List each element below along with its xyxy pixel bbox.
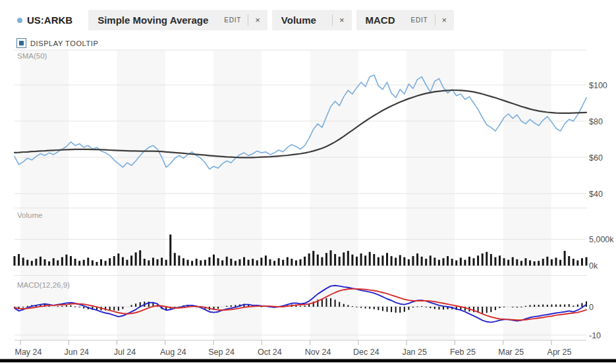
volume-bar [53, 258, 55, 265]
volume-bar [213, 255, 215, 266]
volume-bar [252, 259, 254, 265]
volume-bar [351, 255, 353, 266]
macd-histogram-bar [135, 303, 136, 307]
macd-histogram-bar [391, 307, 392, 312]
macd-histogram-bar [356, 307, 357, 307]
month-stripe [213, 50, 262, 340]
month-label: Nov 24 [305, 348, 331, 357]
volume-bar [204, 260, 206, 266]
macd-histogram-bar [551, 305, 552, 307]
signal-line [14, 289, 586, 320]
volume-bar [325, 253, 327, 265]
macd-histogram-bar [226, 306, 227, 307]
volume-bar [443, 258, 445, 265]
volume-bar [273, 261, 275, 265]
macd-histogram-bar [235, 305, 236, 307]
macd-histogram-bar [131, 305, 132, 307]
volume-bar [282, 260, 284, 266]
volume-bar [330, 250, 332, 265]
macd-histogram-bar [300, 306, 301, 307]
chart-canvas[interactable]: SMA(50)VolumeMACD(12,26,9)$100$80$60$405… [0, 0, 616, 364]
macd-histogram-bar [217, 307, 219, 309]
volume-bar [395, 258, 397, 266]
macd-histogram-bar [231, 305, 232, 307]
volume-bar [70, 256, 72, 265]
volume-panel-label: Volume [17, 211, 42, 219]
volume-bar [291, 259, 293, 265]
volume-axis-label: 5,000k [589, 235, 614, 244]
volume-bar [555, 258, 557, 266]
volume-bar [126, 260, 128, 266]
volume-bar [460, 258, 462, 266]
volume-bar [130, 255, 132, 265]
month-stripe [503, 50, 551, 340]
volume-bar [61, 257, 63, 266]
volume-bar [295, 261, 297, 266]
macd-histogram-bar [430, 307, 431, 308]
price-axis-label: $80 [589, 117, 603, 126]
volume-bar [334, 254, 336, 266]
volume-bar [339, 257, 341, 266]
volume-bar [248, 260, 250, 266]
volume-bar [516, 259, 518, 266]
macd-histogram-bar [365, 307, 366, 309]
volume-bar [430, 255, 432, 265]
macd-histogram-bar [517, 307, 518, 307]
price-axis-label: $60 [589, 153, 603, 163]
macd-histogram-bar [79, 307, 80, 307]
macd-histogram-bar [473, 307, 474, 312]
macd-histogram-bar [325, 298, 327, 307]
volume-bar [551, 259, 553, 266]
volume-bar [451, 259, 453, 265]
macd-histogram-bar [57, 306, 59, 307]
macd-histogram-bar [395, 307, 397, 313]
volume-bar [278, 258, 280, 265]
volume-bar [559, 260, 561, 266]
volume-bar [520, 261, 522, 265]
macd-histogram-bar [426, 307, 427, 307]
volume-bar [109, 258, 111, 265]
macd-histogram-bar [534, 305, 535, 307]
volume-bar [92, 261, 94, 266]
volume-bar [403, 257, 405, 266]
macd-histogram-bar [573, 305, 574, 307]
volume-bar [221, 261, 223, 266]
macd-histogram-bar [343, 304, 345, 307]
volume-bar [135, 253, 137, 266]
volume-bar [486, 252, 488, 266]
macd-histogram-bar [387, 307, 388, 312]
macd-histogram-bar [352, 306, 353, 307]
volume-bar [507, 260, 509, 266]
macd-histogram-bar [408, 307, 409, 310]
macd-histogram-bar [404, 307, 405, 312]
volume-bar [499, 255, 501, 265]
volume-bar [477, 255, 479, 265]
volume-bar [18, 254, 20, 266]
volume-bar [187, 260, 189, 266]
volume-bar [161, 258, 163, 266]
macd-histogram-bar [412, 307, 414, 307]
macd-histogram-bar [118, 307, 119, 311]
macd-histogram-bar [581, 303, 582, 307]
volume-bar [78, 261, 80, 265]
volume-bar [490, 254, 492, 266]
month-label: Jul 24 [114, 348, 136, 357]
volume-bar [139, 250, 141, 265]
macd-histogram-bar [347, 305, 349, 307]
macd-histogram-bar [542, 305, 544, 307]
volume-bar [399, 255, 401, 266]
volume-bar [512, 257, 514, 266]
volume-bar [256, 261, 258, 266]
macd-histogram-bar [482, 307, 483, 313]
volume-bar [386, 253, 388, 265]
volume-bar [573, 259, 574, 265]
volume-bar [308, 253, 310, 265]
macd-histogram-bar [499, 307, 500, 308]
volume-bar [564, 251, 566, 265]
volume-bar [144, 259, 146, 265]
volume-bar [412, 256, 414, 265]
macd-histogram-bar [564, 305, 565, 307]
macd-histogram-bar [577, 305, 578, 307]
volume-bar [464, 260, 466, 266]
volume-bar [391, 256, 393, 265]
